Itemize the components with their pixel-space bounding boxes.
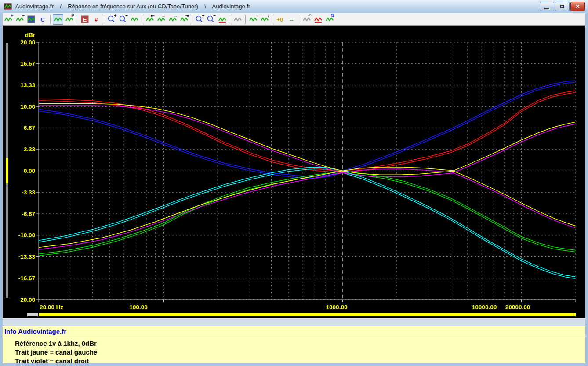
scroll-left-button[interactable]: ←	[156, 14, 167, 25]
subtract-curve-glyph: −	[22, 14, 25, 18]
add-cursor-button[interactable]: +0	[275, 14, 285, 25]
overlay-red-button[interactable]	[313, 14, 323, 25]
app-wave-chart-icon	[4, 3, 12, 10]
scroll-right-glyph: →	[173, 14, 178, 18]
add-curve-button[interactable]: +	[3, 14, 14, 25]
copy-curve-button[interactable]: C	[37, 14, 48, 25]
y-tick-label: 20.00	[20, 39, 35, 46]
zoom-out-x-button[interactable]: −	[118, 14, 128, 25]
x-tick-label: 20.00 Hz	[40, 304, 63, 311]
values-list-glyph: #	[94, 17, 98, 22]
undo-view-button: ↶	[301, 14, 312, 25]
edit-values-glyph: E	[83, 17, 87, 22]
x-tick-label: 1000.00	[326, 304, 348, 311]
print-graph-glyph: P	[71, 14, 74, 18]
y-tick-label: 16.67	[20, 60, 35, 67]
toolbar-separator	[245, 15, 246, 24]
shift-down-glyph: ↓	[267, 14, 269, 18]
info-line-yellow-trace: Trait jaune = canal gauche	[15, 348, 588, 357]
zoom-in-x-glyph: +	[114, 14, 116, 18]
y-axis-unit: dBr	[25, 32, 36, 38]
toolbar: +−CPE#+−⇤←→⇥+−↑↓+0↔↶⇅	[0, 13, 588, 26]
window-border-bottom	[0, 363, 588, 366]
values-list-button[interactable]: #	[91, 14, 102, 25]
undo-view-glyph: ↶	[308, 14, 312, 18]
maximize-button[interactable]	[555, 2, 570, 11]
minimize-button[interactable]	[540, 2, 554, 11]
window-title: Audiovintage.fr / Réponse en fréquence s…	[15, 3, 250, 10]
shift-up-button[interactable]: ↑	[248, 14, 258, 25]
zoom-out-x-glyph: −	[125, 14, 128, 18]
toolbar-separator	[50, 15, 51, 24]
subtract-curve-button[interactable]: −	[15, 14, 25, 25]
scroll-end-button[interactable]: ⇥	[179, 14, 189, 25]
info-panel: Info Audiovintage.fr Référence 1v à 1khz…	[0, 326, 588, 363]
scroll-home-glyph: ⇤	[151, 14, 155, 18]
show-graph-button[interactable]	[53, 14, 63, 25]
zoom-locked-button	[232, 14, 243, 25]
zoom-out-y-button[interactable]: −	[206, 14, 216, 25]
y-tick-label: 6.67	[24, 124, 35, 131]
zoom-out-y-glyph: −	[213, 14, 216, 18]
axes-setup-glyph: ⇅	[331, 14, 334, 18]
edit-values-button[interactable]: E	[80, 14, 90, 25]
y-tick-label: -13.33	[18, 253, 36, 260]
y-range-meter-thumb[interactable]	[6, 158, 8, 183]
shift-down-button[interactable]: ↓	[259, 14, 270, 25]
minimize-icon	[544, 8, 549, 9]
title-bar: Audiovintage.fr / Réponse en fréquence s…	[0, 0, 588, 13]
copy-curve-glyph: C	[40, 17, 44, 22]
scroll-right-button[interactable]: →	[167, 14, 178, 25]
h-scrollbar-stub[interactable]	[27, 313, 38, 316]
close-button[interactable]: ✕	[570, 2, 585, 11]
y-tick-label: -16.67	[18, 275, 35, 282]
toolbar-separator	[142, 15, 142, 24]
zoom-in-y-glyph: +	[202, 14, 204, 18]
maximize-icon	[560, 5, 564, 8]
add-curve-glyph: +	[11, 14, 13, 18]
toolbar-separator	[104, 15, 104, 24]
y-tick-label: 13.33	[20, 82, 35, 88]
split-view-glyph: ↔	[289, 17, 294, 22]
y-tick-label: 10.00	[20, 103, 35, 110]
fit-curve-button[interactable]	[129, 14, 140, 25]
toolbar-separator	[192, 15, 192, 24]
shift-up-glyph: ↑	[256, 14, 258, 18]
y-tick-label: -10.00	[18, 232, 35, 238]
window-border-right	[585, 13, 588, 366]
y-tick-label: 0.00	[24, 168, 35, 174]
split-view-button[interactable]: ↔	[286, 14, 297, 25]
h-scrollbar[interactable]	[39, 313, 576, 316]
y-tick-label: -20.00	[18, 296, 35, 303]
fit-y-button[interactable]	[217, 14, 228, 25]
info-line-reference: Référence 1v à 1khz, 0dBr	[15, 339, 588, 348]
x-tick-label: 100.00	[129, 304, 147, 311]
close-icon: ✕	[575, 4, 580, 9]
scroll-left-glyph: ←	[162, 14, 166, 18]
axes-setup-button[interactable]: ⇅	[324, 14, 335, 25]
frequency-response-plot: 20.0016.6713.3310.006.673.330.00-3.33-6.…	[0, 26, 588, 326]
save-curve-button[interactable]	[26, 14, 36, 25]
zoom-in-y-button[interactable]: +	[194, 14, 205, 25]
info-panel-title: Info Audiovintage.fr	[0, 326, 588, 337]
toolbar-separator	[272, 15, 272, 24]
y-tick-label: 3.33	[24, 146, 36, 153]
app-window: Audiovintage.fr / Réponse en fréquence s…	[0, 0, 588, 366]
scroll-end-glyph: ⇥	[185, 14, 189, 18]
window-border-left	[0, 13, 3, 366]
toolbar-separator	[299, 15, 299, 24]
toolbar-separator	[230, 15, 230, 24]
toolbar-separator	[77, 15, 77, 24]
zoom-in-x-button[interactable]: +	[106, 14, 117, 25]
add-cursor-glyph: +0	[277, 17, 283, 22]
print-graph-button[interactable]: P	[64, 14, 75, 25]
x-tick-label: 10000.00	[472, 304, 497, 311]
y-tick-label: -6.67	[22, 211, 35, 217]
scroll-home-button[interactable]: ⇤	[145, 14, 155, 25]
x-tick-label: 20000.00	[505, 304, 530, 311]
y-tick-label: -3.33	[22, 189, 35, 196]
